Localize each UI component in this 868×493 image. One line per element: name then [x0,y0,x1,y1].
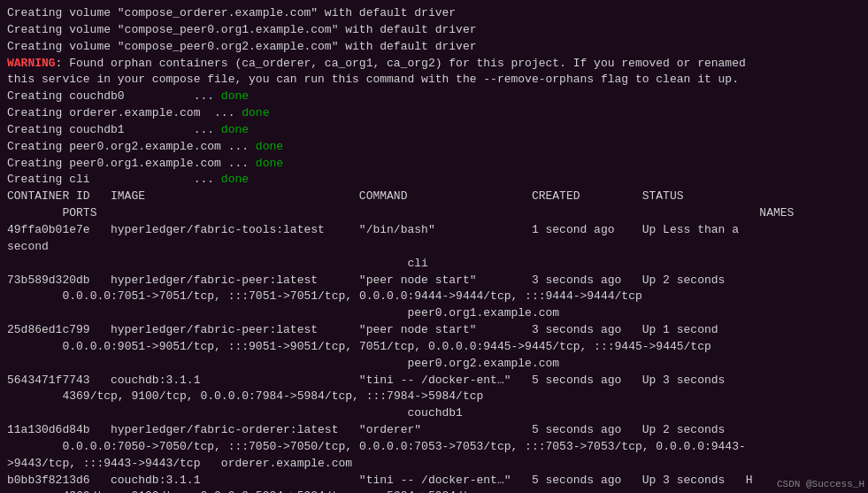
line-orderer: Creating orderer.example.com ... done [7,105,861,122]
container-peer-org1-row3: peer0.org1.example.com [7,305,861,322]
done-orderer: done [242,106,269,119]
line-1: Creating volume "compose_orderer.example… [7,5,861,22]
done-peer0org1: done [256,157,283,170]
warning-label: WARNING [7,57,56,70]
line-cli: Creating cli ... done [7,172,861,189]
line-warning-1: WARNING: Found orphan containers (ca_ord… [7,56,861,73]
done-couchdb1: done [221,123,249,136]
done-couchdb0: done [221,89,249,103]
container-peer-org1-row1: 73b589d320db hyperledger/fabric-peer:lat… [7,273,861,289]
line-warning-2: this service in your compose file, you c… [7,72,861,89]
watermark: CSDN @Success_H [777,479,864,489]
container-couchdb1-row3: couchdb1 [7,405,861,422]
container-orderer-row3: >9443/tcp, :::9443->9443/tcp orderer.exa… [7,456,861,473]
container-orderer-row1: 11a130d6d84b hyperledger/fabric-orderer:… [7,422,861,439]
line-2: Creating volume "compose_peer0.org1.exam… [7,22,861,39]
line-couchdb1: Creating couchdb1 ... done [7,122,861,139]
line-peer0org1: Creating peer0.org1.example.com ... done [7,156,861,173]
container-peer-org2-row3: peer0.org2.example.com [7,356,861,373]
container-couchdb1-row2: 4369/tcp, 9100/tcp, 0.0.0.0:7984->5984/t… [7,389,861,405]
container-orderer-row2: 0.0.0.0:7050->7050/tcp, :::7050->7050/tc… [7,439,861,456]
line-couchdb0: Creating couchdb0 ... done [7,89,861,105]
container-peer-org2-row1: 25d86ed1c799 hyperledger/fabric-peer:lat… [7,322,861,339]
table-header-1: CONTAINER ID IMAGE COMMAND CREATED STATU… [7,189,861,205]
done-peer0org2: done [256,140,283,153]
line-peer0org2: Creating peer0.org2.example.com ... done [7,139,861,156]
container-peer-org1-row2: 0.0.0.0:7051->7051/tcp, :::7051->7051/tc… [7,289,861,305]
terminal: Creating volume "compose_orderer.example… [0,0,868,493]
container-cli-row1: 49ffa0b01e7e hyperledger/fabric-tools:la… [7,222,861,239]
line-3: Creating volume "compose_peer0.org2.exam… [7,39,861,56]
done-cli: done [221,173,249,186]
container-cli-row2: second [7,239,861,256]
container-couchdb2-row1: b0bb3f8213d6 couchdb:3.1.1 "tini -- /doc… [7,473,861,489]
table-header-2: PORTS NAMES [7,205,861,222]
container-cli-row3: cli [7,256,861,273]
container-couchdb1-row1: 5643471f7743 couchdb:3.1.1 "tini -- /doc… [7,373,861,389]
container-peer-org2-row2: 0.0.0.0:9051->9051/tcp, :::9051->9051/tc… [7,339,861,356]
container-couchdb2-row2: 4369/tcp, 9100/tcp, 0.0.0.0:5984->5984/t… [7,489,861,493]
